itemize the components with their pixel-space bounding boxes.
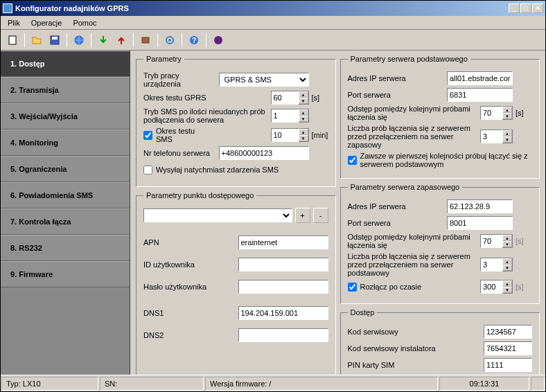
sidebar-item-4[interactable]: 5. Ograniczenia: [1, 156, 130, 182]
check-send-now[interactable]: [143, 166, 152, 175]
unit-srv2-int: [s]: [513, 237, 532, 245]
label-srv1-port: Port serwera: [348, 91, 448, 99]
label-srv1-retry-int: Odstęp pomiędzy kolejnymi próbami łączen…: [348, 105, 481, 121]
gear-icon[interactable]: [162, 33, 177, 48]
unit-srv1-int: [s]: [513, 109, 532, 117]
spinner-srv1-retry-cnt[interactable]: ▲▼: [502, 130, 513, 143]
input-dns2[interactable]: [238, 328, 328, 342]
app-icon: [3, 3, 12, 13]
input-pass[interactable]: [238, 280, 328, 294]
spinner-sms-mode[interactable]: ▲▼: [299, 109, 309, 123]
menu-bar: Plik Operacje Pomoc: [1, 16, 545, 30]
input-srv1-ip[interactable]: [447, 71, 513, 85]
label-svc: Kod serwisowy: [348, 328, 484, 336]
menu-file[interactable]: Plik: [8, 19, 20, 27]
svg-rect-0: [9, 36, 16, 44]
label-mode: Tryb pracy urządzenia: [143, 71, 219, 88]
status-time: 09:13:31: [439, 377, 529, 391]
close-button[interactable]: ✕: [532, 3, 543, 13]
button-apn-remove[interactable]: -: [313, 208, 328, 223]
menu-help[interactable]: Pomoc: [73, 19, 96, 27]
group-access: Dostęp Kod serwisowy Kod serwisowy insta…: [340, 308, 540, 375]
input-phone[interactable]: [219, 146, 309, 160]
sidebar-item-2[interactable]: 3. Wejścia/Wyjścia: [1, 103, 130, 130]
label-srv2-retry-int: Odstęp pomiędzy kolejnymi próbami łączen…: [348, 233, 481, 249]
status-sn: SN:: [100, 377, 204, 391]
group-server-primary: Parametry serwera podstawowego Adres IP …: [340, 55, 540, 179]
sidebar-item-7[interactable]: 8. RS232: [1, 235, 130, 261]
input-srv1-retry-int[interactable]: [480, 106, 502, 120]
input-srv1-port[interactable]: [447, 88, 513, 102]
spinner-srv1-retry-int[interactable]: ▲▼: [502, 106, 513, 120]
maximize-button[interactable]: □: [520, 3, 531, 13]
sidebar-item-1[interactable]: 2. Transmisja: [1, 77, 130, 103]
select-apn-preset[interactable]: [143, 208, 292, 222]
legend-parametry: Parametry: [143, 55, 184, 63]
spinner-srv2-disc[interactable]: ▲▼: [502, 280, 513, 294]
label-srv2-port: Port serwera: [348, 219, 448, 227]
open-icon[interactable]: [29, 33, 44, 48]
spinner-srv2-retry-int[interactable]: ▲▼: [502, 234, 513, 248]
label-srv1-retry-cnt: Liczba prób łączenia się z serwerem prze…: [348, 124, 481, 149]
sidebar-item-8[interactable]: 9. Firmware: [1, 261, 130, 287]
label-phone: Nr telefonu serwera: [143, 149, 219, 157]
input-sms-mode[interactable]: [271, 109, 299, 123]
input-svc[interactable]: [484, 325, 532, 339]
check-srv1-prefer[interactable]: [348, 156, 357, 165]
input-srv2-retry-int[interactable]: [480, 234, 502, 248]
label-pin: PIN karty SIM: [348, 361, 484, 369]
sidebar-item-0[interactable]: 1. Dostęp: [1, 51, 130, 77]
label-srv1-prefer: Zawsze w pierwszej kolejności próbuj łąc…: [360, 152, 533, 168]
svg-rect-4: [142, 37, 149, 43]
input-pin[interactable]: [484, 358, 532, 372]
status-bar: Typ: LX10 SN: Wersja firmware: / 09:13:3…: [1, 375, 545, 391]
input-gprs-test[interactable]: [271, 91, 299, 105]
new-icon[interactable]: [5, 33, 20, 48]
input-srv2-port[interactable]: [447, 216, 513, 230]
device-icon[interactable]: [138, 33, 153, 48]
label-sms-mode: Tryb SMS po ilości nieudanych prób podłą…: [143, 107, 271, 124]
group-server-backup: Parametry serwera zapasowego Adres IP se…: [340, 183, 540, 304]
check-srv2-disc[interactable]: [348, 283, 357, 292]
unit-gprs: [s]: [309, 93, 328, 102]
upload-icon[interactable]: [114, 33, 129, 48]
label-user: ID użytkownika: [143, 260, 238, 269]
input-srv1-retry-cnt[interactable]: [480, 130, 502, 143]
help-icon[interactable]: ?: [186, 33, 202, 48]
menu-operations[interactable]: Operacje: [31, 19, 62, 27]
status-fw: Wersja firmware: /: [205, 377, 438, 391]
save-icon[interactable]: [47, 33, 62, 48]
input-dns1[interactable]: [238, 306, 328, 320]
label-sms-test: Okres testu SMS: [156, 127, 215, 143]
input-user[interactable]: [238, 258, 328, 271]
input-inst[interactable]: [484, 341, 532, 355]
globe-icon[interactable]: [71, 33, 87, 48]
input-srv2-disc[interactable]: [480, 280, 502, 294]
input-srv2-retry-cnt[interactable]: [480, 258, 502, 271]
input-srv2-ip[interactable]: [447, 199, 513, 213]
download-icon[interactable]: [96, 33, 111, 48]
status-type: Typ: LX10: [1, 377, 98, 391]
toolbar: ?: [1, 30, 545, 51]
minimize-button[interactable]: _: [509, 3, 520, 13]
label-srv2-retry-cnt: Liczba prób łączenia się z serwerem prze…: [348, 252, 481, 277]
check-sms-test[interactable]: [143, 131, 152, 140]
legend-access: Dostęp: [348, 308, 378, 317]
input-apn[interactable]: [238, 235, 328, 249]
button-apn-add[interactable]: +: [295, 208, 310, 223]
group-parametry: Parametry Tryb pracy urządzeniaGPRS & SM…: [136, 55, 336, 187]
spinner-sms-test[interactable]: ▲▼: [299, 128, 309, 142]
sidebar-item-5[interactable]: 6. Powiadomienia SMS: [1, 182, 130, 208]
select-mode[interactable]: GPRS & SMS: [219, 73, 309, 87]
spinner-srv2-retry-cnt[interactable]: ▲▼: [502, 258, 513, 271]
label-dns2: DNS2: [143, 331, 238, 339]
label-srv2-ip: Adres IP serwera: [348, 202, 448, 211]
sidebar-item-3[interactable]: 4. Monitoring: [1, 130, 130, 156]
label-send-now: Wysyłaj natychmiast zdarzenia SMS: [156, 166, 279, 174]
sidebar-item-6[interactable]: 7. Kontrola łącza: [1, 208, 130, 235]
input-sms-test[interactable]: [271, 128, 299, 142]
sphere-icon[interactable]: [211, 33, 226, 48]
svg-point-9: [214, 36, 222, 44]
spinner-gprs-test[interactable]: ▲▼: [299, 91, 309, 105]
label-gprs-test: Okres testu GPRS: [143, 93, 271, 102]
